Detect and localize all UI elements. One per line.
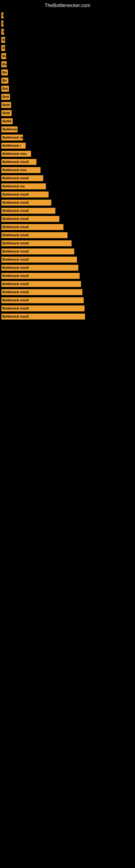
bar-row: Bottleneck result [1,257,134,262]
bar-row: Bottleneck result [1,191,134,197]
bar-label: Bott [2,95,9,99]
bar-row: Bottl [1,102,134,108]
bar-label: Bottleneck r [2,144,21,148]
bar-label: Bottleneck result [2,266,29,270]
bar-row: B [1,29,134,35]
bar-item: Bottleneck result [1,257,77,262]
bar-item: Bottleneck result [1,216,59,222]
bar-item: Bottleneck result [1,191,49,197]
bar-item: Bo [1,69,8,75]
bar-item: Bottleneck result [1,208,55,214]
bar-label: Bo [2,38,5,42]
bar-label: Bottleneck resu [2,152,27,156]
site-title: TheBottlenecker.com [0,0,135,10]
bar-label: Bottleneck result [2,241,29,245]
bar-item: Bottle [1,118,13,124]
bar-item: Bottlenec [1,126,17,132]
bar-label: Bottle [2,119,12,123]
bar-item: Bottleneck result [1,281,81,287]
bar-item: Bottleneck result [1,305,85,311]
bar-row: Bottleneck result [1,314,134,319]
bar-item: Bottl [1,102,11,108]
bar-row: Bottleneck result [1,265,134,271]
bar-label: Bottleneck result [2,258,29,261]
bar-item: Bo [1,78,8,84]
bar-label: Bottleneck result [2,176,29,180]
bar-row: Bottleneck result [1,224,134,230]
bar-row: B [1,12,134,19]
bar-row: Bottleneck result [1,240,134,246]
bar-row: B [1,45,134,51]
bar-row: Bottleneck result [1,305,134,311]
bar-row: Bottleneck res [1,183,134,189]
bar-row: Bottleneck result [1,216,134,222]
bar-item: Bottleneck result [1,297,84,303]
bar-row: Bottle [1,118,134,124]
bar-label: Bo [2,54,6,58]
bar-row: Bottleneck result [1,199,134,206]
bar-item: Bottleneck result [1,273,80,279]
bar-row: Bo [1,61,134,67]
bar-label: B [2,30,4,34]
bar-label: Bottleneck result [2,307,29,310]
bar-item: Bottleneck result [1,175,43,181]
bar-row: Bottleneck result [1,297,134,303]
bar-item: B [1,12,3,19]
bar-label: Bottleneck result [2,299,29,302]
bar-item: Bot [1,86,9,92]
bar-label: Bottleneck result [2,282,29,286]
bar-item: Bottleneck resu [1,167,41,173]
bar-row: Bo [1,37,134,43]
bar-label: Bottleneck result [2,201,29,205]
bars-container: BBBBoBBoBoBoBoBotBottBottlBottlBottleBot… [0,10,135,324]
bar-item: B [1,21,3,27]
bar-item: Bottleneck result [1,199,51,206]
bar-row: Bott [1,94,134,100]
bar-row: Bottleneck res [1,134,134,141]
bar-label: Bottleneck result [2,290,29,294]
bar-item: Bottleneck res [1,134,23,141]
bar-row: Bottleneck result [1,281,134,287]
bar-label: Bottleneck res [2,184,25,188]
bar-label: B [2,13,3,18]
bar-item: Bottleneck result [1,289,82,295]
bar-row: Bottl [1,110,134,116]
bar-label: Bottleneck result [2,209,29,213]
bar-label: Bottleneck resu [2,168,27,172]
bar-item: Bottleneck result [1,265,78,271]
bar-label: Bo [2,79,7,83]
bar-row: Bo [1,69,134,75]
bar-row: Bottleneck result [1,208,134,214]
bar-label: Bot [2,87,8,91]
bar-label: Bo [2,70,7,74]
bar-row: Bo [1,78,134,84]
bar-item: Bott [1,94,10,100]
bar-row: Bottleneck resu [1,151,134,157]
bar-row: Bottleneck result [1,175,134,181]
bar-item: Bo [1,61,7,67]
bar-item: Bottleneck r [1,143,26,149]
bar-item: Bottleneck result [1,240,72,246]
bar-item: Bottleneck result [1,232,68,238]
bar-row: Bottleneck result [1,232,134,238]
bar-item: Bottleneck res [1,183,46,189]
bar-row: Bottleneck result [1,273,134,279]
bar-label: B [2,22,3,26]
bar-label: Bottleneck result [2,315,29,318]
bar-item: B [1,45,5,51]
bar-row: Bottleneck result [1,289,134,295]
bar-row: Bottleneck result [1,159,134,165]
bar-label: Bottleneck result [2,250,29,253]
bar-label: Bo [2,62,7,66]
bar-row: Bottleneck result [1,248,134,254]
bar-row: B [1,21,134,27]
bar-item: Bottleneck result [1,248,74,254]
bar-label: Bottleneck result [2,225,29,229]
bar-row: Bo [1,53,134,59]
bar-row: Bottlenec [1,126,134,132]
bar-label: B [2,46,5,50]
bar-label: Bottl [2,103,10,107]
bar-label: Bottleneck res [2,135,23,140]
bar-item: Bottleneck result [1,314,85,319]
bar-item: Bo [1,37,5,43]
